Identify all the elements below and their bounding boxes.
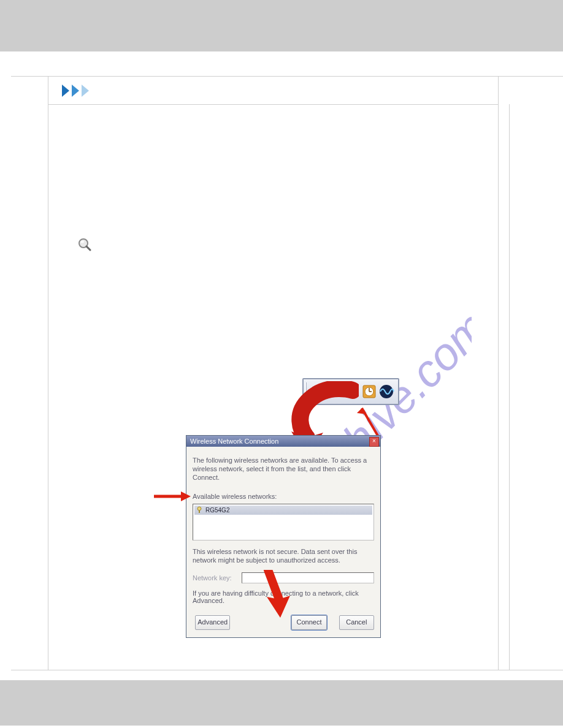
svg-marker-2 [82, 85, 89, 97]
dialog-titlebar[interactable]: Wireless Network Connection × [186, 436, 380, 447]
svg-marker-1 [72, 85, 79, 97]
magnifier-icon [78, 238, 91, 254]
advanced-button[interactable]: Advanced [195, 615, 230, 630]
security-warning: This wireless network is not secure. Dat… [193, 548, 374, 565]
svg-rect-22 [199, 510, 200, 513]
dialog-title: Wireless Network Connection [190, 438, 278, 445]
triple-arrow-icon [62, 83, 98, 100]
svg-point-21 [197, 507, 201, 510]
cancel-button[interactable]: Cancel [339, 615, 374, 630]
svg-marker-24 [181, 491, 191, 501]
network-list-item[interactable]: RG54G2 [194, 506, 372, 515]
signal-icon [196, 506, 203, 516]
page-content: manualshive.com [48, 104, 498, 670]
rule-far-right [509, 104, 510, 670]
document-page: manualshive.com [0, 76, 563, 670]
network-key-label: Network key: [193, 574, 242, 582]
network-name: RG54G2 [205, 507, 229, 514]
page-header-bar [0, 0, 563, 51]
svg-line-25 [268, 570, 279, 599]
svg-marker-0 [62, 85, 69, 97]
svg-marker-19 [357, 408, 367, 414]
available-networks-label: Available wireless networks: [193, 493, 374, 500]
svg-line-5 [86, 246, 90, 250]
connect-button[interactable]: Connect [291, 615, 326, 630]
tray-clock-icon[interactable] [361, 381, 377, 402]
svg-point-17 [380, 385, 393, 398]
page-footer-bar [0, 680, 563, 726]
svg-rect-11 [335, 393, 339, 396]
tray-separator [305, 382, 307, 401]
rule-bottom [11, 670, 563, 670]
system-tray [302, 378, 399, 405]
close-icon[interactable]: × [369, 437, 379, 447]
svg-rect-12 [350, 392, 353, 398]
rule-right [498, 76, 499, 670]
tray-wave-icon[interactable] [378, 381, 394, 402]
tray-network-icon[interactable] [327, 381, 343, 402]
tray-back-icon[interactable] [310, 381, 326, 402]
svg-point-4 [80, 241, 84, 243]
dialog-description: The following wireless networks are avai… [193, 457, 374, 482]
tray-wireless-icon[interactable] [344, 381, 360, 402]
svg-rect-10 [331, 389, 334, 392]
annotation-arrow-list [154, 489, 191, 506]
annotation-arrow-connect [256, 570, 293, 621]
section-header-row [48, 76, 498, 105]
available-networks-list[interactable]: RG54G2 [193, 504, 374, 540]
